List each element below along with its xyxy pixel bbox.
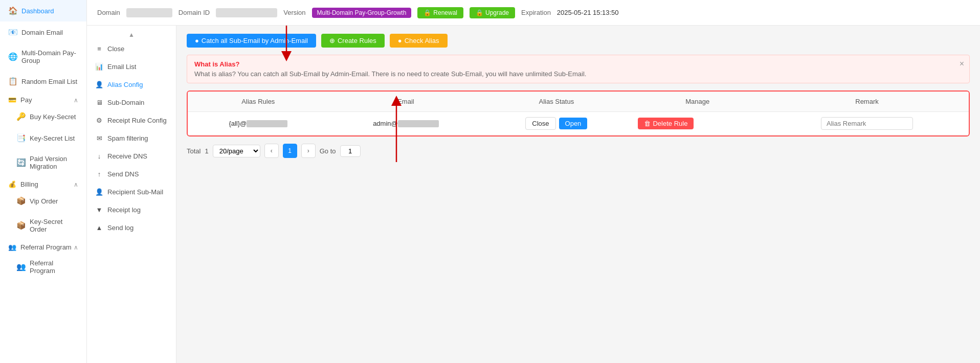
per-page-select[interactable]: 20/page 50/page 100/page bbox=[213, 145, 260, 157]
receipt-rule-icon: ⚙ bbox=[95, 117, 103, 124]
alias-table: Alias Rules Email Alias Status Manage Re… bbox=[188, 92, 969, 135]
sidebar-item-key-secret-order[interactable]: 📦 Key-Secret Order bbox=[0, 212, 86, 239]
alias-remark-input[interactable] bbox=[821, 117, 913, 130]
billing-icon: 💰 bbox=[8, 180, 16, 188]
vip-icon: 📦 bbox=[16, 196, 26, 206]
next-page-button[interactable]: › bbox=[301, 144, 316, 158]
upgrade-icon: 🔒 bbox=[476, 9, 483, 16]
sub-sidebar-item-spam[interactable]: ✉ Spam filtering bbox=[87, 129, 176, 147]
sub-sidebar-item-close[interactable]: ≡ Close bbox=[87, 40, 176, 58]
scroll-up-btn[interactable]: ▲ bbox=[87, 30, 176, 40]
status-open-button[interactable]: Open bbox=[559, 118, 588, 129]
order-icon: 📦 bbox=[16, 221, 26, 230]
goto-input[interactable] bbox=[340, 145, 361, 157]
receive-dns-icon: ↓ bbox=[95, 152, 103, 160]
email-domain-masked bbox=[398, 120, 439, 127]
table-header-row: Alias Rules Email Alias Status Manage Re… bbox=[188, 92, 969, 112]
email-value: admin@ bbox=[373, 120, 398, 127]
col-remark: Remark bbox=[765, 92, 969, 112]
sidebar-section-billing[interactable]: 💰 Billing ∧ bbox=[0, 176, 86, 190]
random-email-icon: 📋 bbox=[8, 77, 17, 86]
sidebar-section-pay[interactable]: 💳 Pay ∧ bbox=[0, 92, 86, 106]
key-icon: 🔑 bbox=[16, 112, 26, 121]
status-cell: Close Open bbox=[483, 112, 630, 135]
topbar: Domain Domain ID Version Multi-Domain Pa… bbox=[87, 0, 980, 26]
referral-program-icon: 👥 bbox=[16, 262, 26, 271]
domain-label: Domain bbox=[97, 9, 120, 16]
sub-domain-icon: 🖥 bbox=[95, 99, 103, 106]
sidebar-item-random-email[interactable]: 📋 Random Email List bbox=[0, 71, 86, 92]
prev-page-button[interactable]: ‹ bbox=[264, 144, 279, 158]
sidebar-item-key-secret-list[interactable]: 📑 Key-Secret List bbox=[0, 127, 86, 149]
migration-icon: 🔄 bbox=[16, 158, 26, 167]
alias-info-alert: What is Alias? What is alias? You can ca… bbox=[187, 55, 970, 83]
sub-sidebar-item-recipient-submail[interactable]: 👤 Recipient Sub-Mail bbox=[87, 183, 176, 201]
expiration-value: 2025-05-21 15:13:50 bbox=[557, 9, 619, 16]
send-dns-icon: ↑ bbox=[95, 170, 103, 178]
remark-cell bbox=[765, 112, 969, 135]
delete-rule-button[interactable]: 🗑 Delete Rule bbox=[638, 118, 694, 129]
sidebar-item-multi-domain[interactable]: 🌐 Multi-Domain Pay-Group bbox=[0, 43, 86, 71]
col-alias-status: Alias Status bbox=[483, 92, 630, 112]
sub-sidebar-item-receipt-rule[interactable]: ⚙ Receipt Rule Config bbox=[87, 111, 176, 129]
sub-sidebar-item-send-log[interactable]: ▲ Send log bbox=[87, 219, 176, 237]
page-1-button[interactable]: 1 bbox=[283, 144, 297, 158]
col-email: Email bbox=[329, 92, 483, 112]
total-count: 1 bbox=[205, 147, 208, 155]
version-badge: Multi-Domain Pay-Group-Growth bbox=[312, 8, 412, 18]
alert-close-button[interactable]: × bbox=[960, 59, 964, 69]
sub-sidebar-item-sub-domain[interactable]: 🖥 Sub-Domain bbox=[87, 94, 176, 111]
warning-icon: ● bbox=[398, 37, 402, 44]
chevron-up-referral-icon: ∧ bbox=[74, 244, 78, 251]
col-alias-rules: Alias Rules bbox=[188, 92, 329, 112]
receipt-log-icon: ▼ bbox=[95, 206, 103, 214]
content-area: ▲ ≡ Close 📊 Email List 👤 Alias Config 🖥 … bbox=[87, 26, 980, 363]
create-rules-button[interactable]: ⊕ Create Rules bbox=[321, 34, 385, 48]
toolbar: ● Catch all Sub-Email by Admin-Email ⊕ C… bbox=[187, 34, 970, 48]
col-manage: Manage bbox=[630, 92, 765, 112]
sub-sidebar-item-send-dns[interactable]: ↑ Send DNS bbox=[87, 165, 176, 183]
alias-config-icon: 👤 bbox=[95, 81, 103, 88]
sub-sidebar-item-email-list[interactable]: 📊 Email List bbox=[87, 58, 176, 76]
sidebar-item-paid-version[interactable]: 🔄 Paid Version Migration bbox=[0, 149, 86, 176]
spam-icon: ✉ bbox=[95, 134, 103, 142]
alias-rules-value: {all}@ bbox=[229, 120, 247, 127]
domain-id-label: Domain ID bbox=[179, 9, 210, 16]
email-cell: admin@ bbox=[329, 112, 483, 135]
recipient-icon: 👤 bbox=[95, 188, 103, 196]
sidebar-item-dashboard[interactable]: 🏠 Dashboard bbox=[0, 0, 86, 21]
sidebar-item-buy-key-secret[interactable]: 🔑 Buy Key-Secret bbox=[0, 106, 86, 127]
sub-sidebar: ▲ ≡ Close 📊 Email List 👤 Alias Config 🖥 … bbox=[87, 26, 176, 363]
renewal-button[interactable]: 🔒 Renewal bbox=[417, 7, 463, 18]
trash-icon: 🗑 bbox=[644, 120, 651, 127]
version-label: Version bbox=[283, 9, 305, 16]
sub-sidebar-item-alias-config[interactable]: 👤 Alias Config bbox=[87, 76, 176, 94]
upgrade-button[interactable]: 🔒 Upgrade bbox=[470, 7, 515, 18]
plus-circle-icon: ⊕ bbox=[329, 37, 335, 44]
alias-domain-masked bbox=[247, 120, 287, 127]
send-log-icon: ▲ bbox=[95, 224, 103, 232]
sidebar-item-vip-order[interactable]: 📦 Vip Order bbox=[0, 190, 86, 212]
alert-body: What is alias? You can catch all Sub-Ema… bbox=[194, 70, 962, 78]
table-row: {all}@ admin@ Close Open bbox=[188, 112, 969, 135]
status-close-button[interactable]: Close bbox=[525, 117, 555, 130]
close-menu-icon: ≡ bbox=[95, 45, 103, 53]
dashboard-icon: 🏠 bbox=[8, 6, 17, 15]
sidebar-item-referral-program[interactable]: 👥 Referral Program bbox=[0, 253, 86, 281]
renewal-icon: 🔒 bbox=[424, 9, 431, 16]
goto-label: Go to bbox=[320, 147, 336, 155]
expiration-label: Expiration bbox=[521, 9, 551, 16]
catch-all-button[interactable]: ● Catch all Sub-Email by Admin-Email bbox=[187, 34, 316, 48]
table-section: Alias Rules Email Alias Status Manage Re… bbox=[187, 90, 970, 137]
domain-email-icon: 📧 bbox=[8, 28, 17, 37]
alias-rules-cell: {all}@ bbox=[188, 112, 329, 135]
sidebar-item-domain-email[interactable]: 📧 Domain Email bbox=[0, 21, 86, 43]
sidebar-section-referral[interactable]: 👥 Referral Program ∧ bbox=[0, 239, 86, 253]
total-label: Total bbox=[187, 147, 201, 155]
sub-sidebar-item-receipt-log[interactable]: ▼ Receipt log bbox=[87, 201, 176, 219]
pay-icon: 💳 bbox=[8, 96, 16, 104]
email-list-icon: 📊 bbox=[95, 63, 103, 71]
sub-sidebar-item-receive-dns[interactable]: ↓ Receive DNS bbox=[87, 147, 176, 165]
check-alias-button[interactable]: ● Check Alias bbox=[390, 34, 448, 48]
main-area: Domain Domain ID Version Multi-Domain Pa… bbox=[87, 0, 980, 363]
